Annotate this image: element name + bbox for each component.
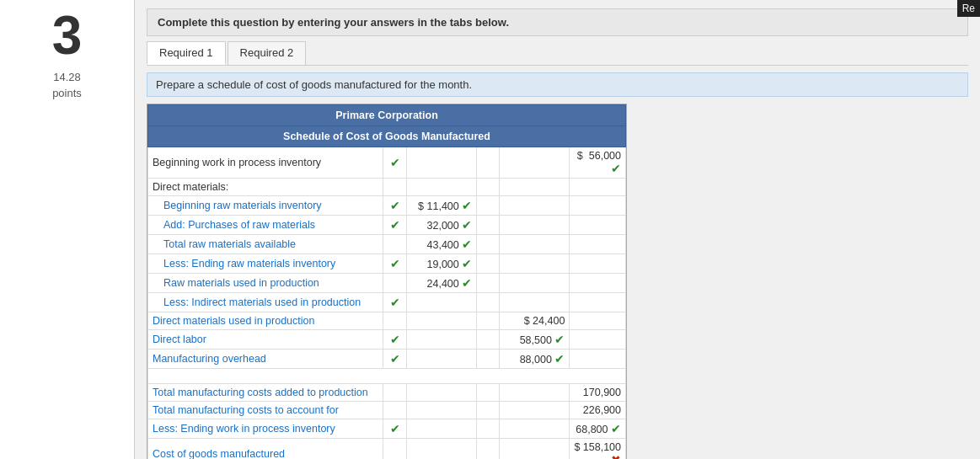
check-col xyxy=(383,235,407,254)
checkmark-icon: ✔ xyxy=(390,156,400,169)
subtitle-bar: Prepare a schedule of cost of goods manu… xyxy=(147,72,968,97)
val2-col xyxy=(500,293,570,312)
check-col2 xyxy=(477,147,500,179)
check-col2 xyxy=(477,179,500,196)
val1-col: 24,400 ✔ xyxy=(407,274,477,293)
cost-table-wrapper: Primare Corporation Schedule of Cost of … xyxy=(147,104,627,459)
row-label: Add: Purchases of raw materials xyxy=(148,216,383,235)
check-col xyxy=(383,384,407,402)
val2-col xyxy=(500,402,570,419)
checkmark-icon: ✔ xyxy=(390,333,400,346)
row-label: Total manufacturing costs added to produ… xyxy=(148,384,383,402)
check-col: ✔ xyxy=(383,254,407,274)
val2-col xyxy=(500,419,570,439)
row-label: Beginning raw materials inventory xyxy=(148,196,383,216)
check-col2 xyxy=(477,419,500,439)
table-title-header: Schedule of Cost of Goods Manufactured xyxy=(148,126,626,147)
val2-col xyxy=(500,179,570,196)
table-row: Direct labor ✔ 58,500 ✔ xyxy=(148,330,626,350)
table-row: Add: Purchases of raw materials ✔ 32,000… xyxy=(148,216,626,235)
row-label: Less: Ending raw materials inventory xyxy=(148,254,383,274)
table-row: Beginning work in process inventory ✔ $ … xyxy=(148,147,626,179)
table-row: Manufacturing overhead ✔ 88,000 ✔ xyxy=(148,350,626,369)
table-row: Cost of goods manufactured $ 158,100 ✖ xyxy=(148,439,626,460)
check-col: ✔ xyxy=(383,350,407,369)
checkmark-icon: ✔ xyxy=(390,352,400,366)
checkmark-icon: ✔ xyxy=(390,296,400,309)
check-col: ✔ xyxy=(383,216,407,235)
val2-col xyxy=(500,216,570,235)
check-col: ✔ xyxy=(383,196,407,216)
checkmark-icon: ✔ xyxy=(462,218,472,232)
val3-col: $ 56,000 ✔ xyxy=(570,147,626,179)
points-label: points xyxy=(52,87,82,99)
table-row: Total raw materials available 43,400 ✔ xyxy=(148,235,626,254)
val2-col xyxy=(500,439,570,460)
row-label: Total manufacturing costs to account for xyxy=(148,402,383,419)
check-col2 xyxy=(477,312,500,330)
table-row: Less: Ending work in process inventory ✔… xyxy=(148,419,626,439)
table-company-header: Primare Corporation xyxy=(148,105,626,126)
val1-col xyxy=(407,293,477,312)
tab-required2[interactable]: Required 2 xyxy=(228,41,307,65)
check-col2 xyxy=(477,402,500,419)
check-col: ✔ xyxy=(383,330,407,350)
check-col2 xyxy=(477,235,500,254)
val3-col xyxy=(570,216,626,235)
val2-col: 58,500 ✔ xyxy=(500,330,570,350)
check-col2 xyxy=(477,330,500,350)
row-label: Less: Ending work in process inventory xyxy=(148,419,383,439)
row-label: Beginning work in process inventory xyxy=(148,147,383,179)
check-col2 xyxy=(477,439,500,460)
check-col2 xyxy=(477,384,500,402)
val2-col: $ 24,400 xyxy=(500,312,570,330)
table-row-empty xyxy=(148,369,626,384)
table-row: Total manufacturing costs to account for… xyxy=(148,402,626,419)
val1-col xyxy=(407,312,477,330)
check-col2 xyxy=(477,350,500,369)
checkmark-icon: ✔ xyxy=(462,276,472,290)
main-content: Complete this question by entering your … xyxy=(135,0,980,459)
table-row: Raw materials used in production 24,400 … xyxy=(148,274,626,293)
val2-col xyxy=(500,235,570,254)
table-row: Beginning raw materials inventory ✔ $ 11… xyxy=(148,196,626,216)
check-col2 xyxy=(477,216,500,235)
val1-col xyxy=(407,419,477,439)
check-col2 xyxy=(477,254,500,274)
val2-col xyxy=(500,147,570,179)
check-col: ✔ xyxy=(383,147,407,179)
val3-col xyxy=(570,196,626,216)
row-label-cost-of-goods: Cost of goods manufactured xyxy=(148,439,383,460)
val1-col: 43,400 ✔ xyxy=(407,235,477,254)
val3-col xyxy=(570,312,626,330)
val1-col xyxy=(407,402,477,419)
row-label-manufacturing-overhead: Manufacturing overhead xyxy=(148,350,383,369)
check-col xyxy=(383,274,407,293)
table-row: Total manufacturing costs added to produ… xyxy=(148,384,626,402)
val1-col xyxy=(407,439,477,460)
row-label: Direct labor xyxy=(148,330,383,350)
val2-col xyxy=(500,196,570,216)
cost-table: Primare Corporation Schedule of Cost of … xyxy=(147,104,626,459)
check-col: ✔ xyxy=(383,419,407,439)
val1-col xyxy=(407,179,477,196)
table-row: Direct materials: xyxy=(148,179,626,196)
val3-col xyxy=(570,330,626,350)
checkmark-icon: ✔ xyxy=(390,218,400,232)
checkmark-icon: ✔ xyxy=(390,257,400,270)
left-panel: 3 14.28 points xyxy=(0,0,135,459)
check-col xyxy=(383,312,407,330)
check-col xyxy=(383,439,407,460)
table-title: Schedule of Cost of Goods Manufactured xyxy=(148,126,626,147)
company-name: Primare Corporation xyxy=(148,105,626,126)
val3-col xyxy=(570,274,626,293)
check-col: ✔ xyxy=(383,293,407,312)
checkmark-icon: ✔ xyxy=(462,238,472,251)
row-label: Total raw materials available xyxy=(148,235,383,254)
row-label: Raw materials used in production xyxy=(148,274,383,293)
val3-col: $ 158,100 ✖ xyxy=(570,439,626,460)
points-value: 14.28 xyxy=(53,71,81,83)
tab-required1[interactable]: Required 1 xyxy=(147,41,226,65)
row-label: Direct materials used in production xyxy=(148,312,383,330)
checkmark-icon: ✔ xyxy=(611,422,621,435)
